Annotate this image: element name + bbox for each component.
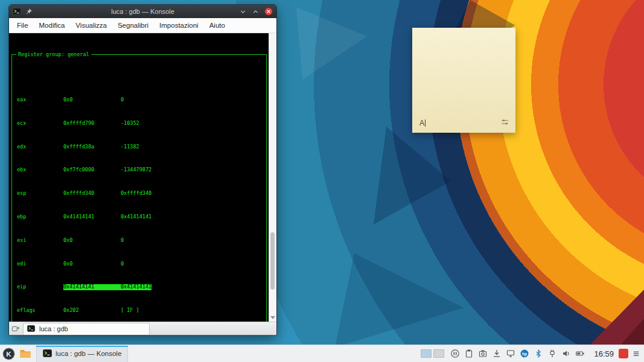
register-row: eip0x414141410x41414141 xyxy=(17,284,266,290)
pager-desktop-1[interactable] xyxy=(421,349,432,358)
maximize-button[interactable] xyxy=(252,8,260,16)
new-tab-button[interactable] xyxy=(9,323,22,335)
register-decimal-value: 0 xyxy=(121,238,124,244)
menu-bar: FileModificaVisualizzaSegnalibriImpostaz… xyxy=(9,18,276,33)
digital-clock[interactable]: 16:59 xyxy=(595,349,614,358)
note-settings-icon[interactable] xyxy=(500,118,509,129)
register-panel-title: Register group: general xyxy=(16,52,91,58)
task-label: luca : gdb — Konsole xyxy=(56,350,121,357)
register-hex-value: 0x0 xyxy=(63,261,121,267)
clipboard-icon[interactable] xyxy=(464,349,474,358)
register-hex-value: 0x41414141 xyxy=(63,284,121,290)
terminal-area: Register group: general eax0x00 ecx0xfff… xyxy=(9,33,276,322)
panel-toolbox-icon[interactable]: ≡ xyxy=(633,349,639,359)
pager-desktop-2[interactable] xyxy=(433,349,444,358)
register-name: ebp xyxy=(17,214,63,220)
register-name: ecx xyxy=(17,121,63,127)
register-panel: Register group: general eax0x00 ecx0xfff… xyxy=(11,54,267,322)
terminal[interactable]: Register group: general eax0x00 ecx0xfff… xyxy=(9,33,269,322)
media-pause-icon[interactable] xyxy=(450,349,460,358)
register-decimal-value: [ IF ] xyxy=(121,308,139,314)
konsole-window: luca : gdb — Konsole FileModificaVisuali… xyxy=(9,5,276,335)
register-row: esp0xffffd3400xffffd340 xyxy=(17,191,266,197)
menu-item[interactable]: File xyxy=(11,22,34,29)
register-name: esi xyxy=(17,238,63,244)
register-decimal-value: 0x41414141 xyxy=(121,214,151,220)
window-title: luca : gdb — Konsole xyxy=(9,8,276,15)
scrollbar-thumb[interactable] xyxy=(270,232,275,290)
tray-red-status-icon[interactable] xyxy=(619,349,628,358)
terminal-scrollbar[interactable] xyxy=(269,33,276,322)
menu-item[interactable]: Impostazioni xyxy=(154,22,204,29)
register-hex-value: 0x41414141 xyxy=(63,214,121,220)
register-decimal-value: 0xffffd340 xyxy=(121,191,151,197)
register-hex-value: 0x0 xyxy=(63,97,121,103)
register-row: edi0x00 xyxy=(17,261,266,267)
register-hex-value: 0xffffd340 xyxy=(63,191,121,197)
register-decimal-value: -10352 xyxy=(121,121,139,127)
minimize-button[interactable] xyxy=(239,8,247,16)
taskbar: K luca : gdb — Konsole hp xyxy=(0,345,644,362)
register-hex-value: 0x202 xyxy=(63,308,121,314)
active-task-indicator xyxy=(36,346,128,347)
bluetooth-icon[interactable] xyxy=(534,349,543,358)
menu-item[interactable]: Modifica xyxy=(34,22,71,29)
scrollbar-down-arrow-icon[interactable] xyxy=(270,316,275,319)
register-name: eflags xyxy=(17,308,63,314)
register-name: edx xyxy=(17,144,63,150)
printer-hp-icon[interactable]: hp xyxy=(520,349,529,358)
folder-view-button[interactable] xyxy=(17,346,34,362)
screenshot-icon[interactable] xyxy=(478,349,488,358)
taskbar-entry-konsole[interactable]: luca : gdb — Konsole xyxy=(36,346,128,362)
register-decimal-value: 0 xyxy=(121,261,124,267)
register-row: esi0x00 xyxy=(17,238,266,244)
tab-konsole-icon xyxy=(27,325,35,334)
register-row: ebp0x414141410x41414141 xyxy=(17,214,266,220)
register-name: eax xyxy=(17,97,63,103)
register-hex-value: 0xffffd790 xyxy=(63,121,121,127)
tab-bar: luca : gdb xyxy=(9,322,276,335)
register-hex-value: 0xffffd38a xyxy=(63,144,121,150)
register-decimal-value: -11382 xyxy=(121,144,139,150)
konsole-window-icon xyxy=(13,7,21,16)
register-row: edx0xffffd38a-11382 xyxy=(17,144,266,150)
window-titlebar[interactable]: luca : gdb — Konsole xyxy=(9,5,276,18)
note-text[interactable]: A xyxy=(419,119,424,127)
register-decimal-value: 0 xyxy=(121,97,124,103)
menu-item[interactable]: Segnalibri xyxy=(112,22,154,29)
register-name: ebx xyxy=(17,167,63,173)
register-name: esp xyxy=(17,191,63,197)
register-row: ecx0xffffd790-10352 xyxy=(17,121,266,127)
menu-item[interactable]: Aiuto xyxy=(204,22,231,29)
application-launcher-button[interactable]: K xyxy=(0,346,17,362)
tab-label: luca : gdb xyxy=(39,325,68,332)
konsole-icon xyxy=(43,349,52,359)
display-icon[interactable] xyxy=(506,349,515,358)
register-row: eax0x00 xyxy=(17,97,266,103)
note-text-area[interactable] xyxy=(412,28,515,116)
register-row: eflags0x202[ IF ] xyxy=(17,308,266,314)
tab-luca-gdb[interactable]: luca : gdb xyxy=(23,323,150,335)
pin-icon[interactable] xyxy=(25,8,33,15)
register-name: edi xyxy=(17,261,63,267)
register-hex-value: 0x0 xyxy=(63,238,121,244)
menu-item[interactable]: Visualizza xyxy=(70,22,112,29)
note-text-caret xyxy=(425,119,426,127)
battery-icon[interactable] xyxy=(575,349,585,358)
svg-text:hp: hp xyxy=(522,352,527,357)
sticky-note-widget[interactable]: A xyxy=(412,28,515,133)
download-icon[interactable] xyxy=(492,349,502,358)
virtual-desktop-pager[interactable] xyxy=(421,349,444,358)
register-row: ebx0xf7fc0000-134479872 xyxy=(17,167,266,173)
power-plug-icon[interactable] xyxy=(547,349,557,358)
note-footer: A xyxy=(412,116,515,133)
register-hex-value: 0xf7fc0000 xyxy=(63,167,121,173)
register-decimal-value: -134479872 xyxy=(121,167,151,173)
svg-text:K: K xyxy=(6,350,11,357)
register-decimal-value: 0x41414141 xyxy=(121,284,151,290)
close-button[interactable] xyxy=(264,7,273,16)
register-list: eax0x00 ecx0xffffd790-10352 edx0xffffd38… xyxy=(17,74,266,322)
register-name: eip xyxy=(17,284,63,290)
system-tray: hp xyxy=(450,349,585,358)
volume-icon[interactable] xyxy=(561,349,571,358)
